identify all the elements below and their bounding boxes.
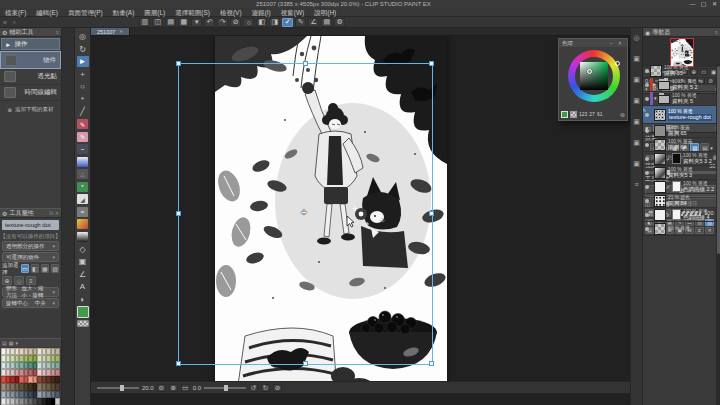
color-swatch[interactable] xyxy=(55,383,60,390)
zoom-slider[interactable] xyxy=(97,387,139,389)
transform-handle[interactable] xyxy=(176,211,181,216)
figure-tool[interactable]: ◇ xyxy=(77,244,89,255)
transform-handle[interactable] xyxy=(429,361,434,366)
frame-border-tool[interactable]: ▣ xyxy=(77,256,89,267)
foreground-color-chip[interactable] xyxy=(561,111,568,118)
menu-item[interactable]: 選擇範圍(S) xyxy=(170,8,215,17)
color-swatch[interactable] xyxy=(55,369,60,376)
layer-visibility-icon[interactable] xyxy=(645,113,649,117)
redo-icon[interactable]: ↷ xyxy=(217,18,228,27)
layer-visibility-icon[interactable] xyxy=(645,185,649,189)
layer-visibility-icon[interactable] xyxy=(645,171,649,175)
reset-view-icon[interactable]: ⊘ xyxy=(273,384,282,392)
subtool-group-operation[interactable]: ►操作 xyxy=(1,38,60,50)
layer-row[interactable]: ✓100 % 普通色調曲線 4 xyxy=(643,208,716,222)
settings-icon[interactable]: ⚙ xyxy=(334,18,345,27)
canvas-viewport[interactable]: + 色環– ✕ 123 27 61 ⊚ 20.0 ⊖ ⊕ ▭ 0. xyxy=(91,36,630,393)
color-swatch[interactable] xyxy=(55,362,60,369)
menu-item[interactable]: 圖層(L) xyxy=(139,8,170,17)
layer-list-scrollbar[interactable] xyxy=(716,64,720,405)
pencil-tool[interactable]: ✎ xyxy=(77,131,89,142)
layer-row[interactable]: ▼100 % 普通資料夾 5 xyxy=(643,92,716,106)
subtool-panel-header[interactable]: ⚙輔助工具≡ xyxy=(0,28,61,37)
menu-item[interactable]: 動畫(A) xyxy=(108,8,140,17)
snap-special-ruler-icon[interactable]: ✎ xyxy=(295,18,306,27)
open-file-icon[interactable]: ▤ xyxy=(165,18,176,27)
layer-row[interactable]: ✓100 % 普通色調曲線 2 2 xyxy=(643,180,716,194)
sv-cursor[interactable] xyxy=(587,69,592,74)
export-icon[interactable]: ▾ xyxy=(191,18,202,27)
brush-tool[interactable]: ~ xyxy=(77,144,89,155)
page-thumbnail-icon[interactable]: ▥ xyxy=(139,18,150,27)
panel-menu-icon[interactable]: ≡ xyxy=(715,29,718,35)
ruler-tool[interactable]: ∠ xyxy=(77,269,89,280)
layer-visibility-icon[interactable] xyxy=(645,227,649,231)
document-tab[interactable]: 251007✕ xyxy=(91,28,130,35)
rotate-center-dropdown[interactable]: 旋轉中心中央▾ xyxy=(2,298,59,308)
decoration-tool[interactable]: * xyxy=(77,181,89,192)
menu-item[interactable]: 編輯(E) xyxy=(31,8,63,17)
minimize-button[interactable]: — xyxy=(687,0,698,8)
zoom-out-icon[interactable]: ⊖ xyxy=(157,384,166,392)
check-icon[interactable]: ✓ xyxy=(666,156,671,162)
layer-visibility-icon[interactable] xyxy=(645,199,649,203)
layer-row[interactable]: 100 % 覆蓋圖層 66 xyxy=(643,138,716,152)
subtool-item[interactable]: 物件 xyxy=(0,51,61,69)
snap-ruler-icon[interactable]: ✓ xyxy=(282,18,293,27)
menu-item[interactable]: 檔案(F) xyxy=(0,8,31,17)
panel-minimize-close-icons[interactable]: – ✕ xyxy=(610,40,624,46)
transform-method-dropdown[interactable]: 變形方法放大・縮小・旋轉▾ xyxy=(2,287,59,297)
layer-visibility-icon[interactable] xyxy=(645,157,649,161)
color-swatch[interactable] xyxy=(55,355,60,362)
subtool-item[interactable]: 透光點 xyxy=(0,69,61,85)
transform-handle[interactable] xyxy=(429,211,434,216)
foreground-color-swatch[interactable] xyxy=(77,306,89,318)
guides-icon[interactable]: ▤ xyxy=(321,18,332,27)
snap-grid-icon[interactable]: ∠ xyxy=(308,18,319,27)
material-folder-pattern-icon[interactable]: ▣ xyxy=(633,139,640,147)
menu-item[interactable]: 說明(H) xyxy=(309,8,341,17)
layer-row[interactable]: ✓100 % 普通資料夾5 3 2 xyxy=(643,152,716,166)
transform-handle[interactable] xyxy=(303,61,308,66)
add-option-icon[interactable]: ⊕ xyxy=(2,276,12,285)
fill-bucket-tool[interactable] xyxy=(77,219,89,230)
balloon-tool[interactable]: ◗ xyxy=(77,294,89,305)
fit-screen-icon[interactable]: ▭ xyxy=(181,384,190,392)
rotate-slider[interactable] xyxy=(204,387,246,389)
panel-options-icon[interactable]: ⊡ ✕ xyxy=(49,210,59,216)
new-canvas-icon[interactable]: ◫ xyxy=(152,18,163,27)
layer-move-tool[interactable]: + xyxy=(77,69,89,80)
fill-icon[interactable]: ◨ xyxy=(269,18,280,27)
layer-row[interactable]: 100 % 普通資料夾5 3 xyxy=(643,166,716,180)
layer-visibility-icon[interactable] xyxy=(645,69,649,73)
layer-row[interactable]: ▶100 % 普通資料夾 5 2 xyxy=(643,78,716,92)
crop-icon[interactable]: ◧ xyxy=(256,18,267,27)
pen-tool[interactable]: ✎ xyxy=(77,119,89,130)
panel-menu-icon[interactable]: ≡ xyxy=(56,29,59,35)
transparent-area-dropdown[interactable]: 透明部分的操作▾ xyxy=(2,241,59,251)
transform-handle[interactable] xyxy=(176,61,181,66)
delete-icon[interactable]: ⊘ xyxy=(230,18,241,27)
transparent-color-swatch[interactable] xyxy=(77,320,89,327)
layer-visibility-icon[interactable] xyxy=(645,83,649,87)
text-tool[interactable]: A xyxy=(77,281,89,292)
layer-row[interactable]: 10 % 覆蓋圖層 65 xyxy=(643,124,716,138)
add-select-mode-icon[interactable]: ▨ xyxy=(51,264,59,273)
watercolor-tool[interactable] xyxy=(77,156,89,167)
list-option-icon[interactable]: ≡ xyxy=(26,276,36,285)
material-folder-manga-icon[interactable]: ▣ xyxy=(633,76,640,84)
material-folder-all-icon[interactable]: ▣ xyxy=(633,55,640,63)
material-list-icon[interactable]: ≡ xyxy=(634,181,638,188)
layer-visibility-icon[interactable] xyxy=(645,143,649,147)
operation-tool[interactable]: ► xyxy=(77,56,89,67)
zoom-in-icon[interactable]: ⊕ xyxy=(169,384,178,392)
wheel-mode-icon[interactable]: ⊚ xyxy=(620,111,625,118)
transform-handle[interactable] xyxy=(429,61,434,66)
material-search-icon[interactable]: ◎ xyxy=(633,34,639,42)
layer-visibility-icon[interactable] xyxy=(645,213,649,217)
menu-item[interactable]: 頁面管理(P) xyxy=(63,8,108,17)
material-folder-download-icon[interactable]: ▣ xyxy=(633,160,640,168)
layer-visibility-icon[interactable] xyxy=(645,129,649,133)
save-file-icon[interactable]: ▦ xyxy=(178,18,189,27)
snap-option-icon[interactable]: ◇ xyxy=(14,276,24,285)
